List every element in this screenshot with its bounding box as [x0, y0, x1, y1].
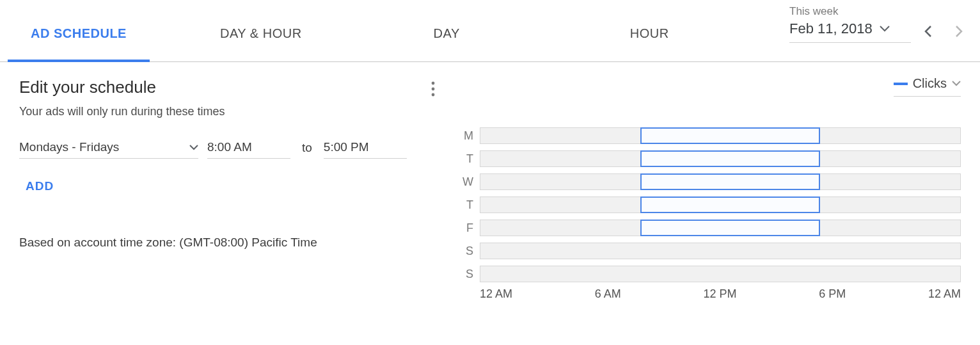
- tab-day[interactable]: DAY: [422, 26, 471, 61]
- day-label: S: [461, 245, 480, 258]
- active-tab-underline: [8, 60, 150, 62]
- scheduled-slot[interactable]: [640, 150, 820, 167]
- day-label: M: [461, 129, 480, 143]
- date-range-value: Feb 11, 2018: [789, 20, 873, 37]
- axis-tick: 12 AM: [928, 287, 961, 301]
- days-select-value: Mondays - Fridays: [19, 140, 119, 154]
- schedule-day-row: S: [461, 241, 961, 261]
- end-time-input[interactable]: 5:00 PM: [324, 136, 407, 159]
- date-range-picker: This week Feb 11, 2018: [789, 5, 967, 43]
- end-time-value: 5:00 PM: [324, 140, 369, 154]
- time-range-separator: to: [299, 137, 315, 159]
- day-label: S: [461, 268, 480, 281]
- schedule-day-row: T: [461, 149, 961, 168]
- day-track[interactable]: [480, 220, 961, 236]
- axis-tick: 12 AM: [480, 287, 512, 301]
- caret-down-icon: [189, 145, 198, 150]
- axis-tick: 6 AM: [595, 287, 621, 301]
- day-track[interactable]: [480, 266, 961, 282]
- day-track[interactable]: [480, 197, 961, 213]
- tab-ad-schedule[interactable]: AD SCHEDULE: [19, 26, 138, 61]
- more-options-button[interactable]: [431, 81, 435, 97]
- scheduled-slot[interactable]: [640, 197, 820, 213]
- metric-label: Clicks: [913, 76, 947, 91]
- schedule-rule-row: Mondays - Fridays 8:00 AM to 5:00 PM: [19, 136, 441, 159]
- day-label: W: [461, 175, 480, 189]
- schedule-grid-axis: 12 AM6 AM12 PM6 PM12 AM: [480, 287, 961, 301]
- day-track[interactable]: [480, 173, 961, 190]
- chart-metric-picker[interactable]: Clicks: [894, 76, 961, 97]
- days-select[interactable]: Mondays - Fridays: [19, 136, 198, 159]
- schedule-day-row: W: [461, 172, 961, 191]
- start-time-value: 8:00 AM: [207, 140, 252, 154]
- date-range-period: This week: [789, 5, 911, 18]
- prev-period-button[interactable]: [920, 23, 937, 40]
- schedule-day-row: M: [461, 126, 961, 145]
- schedule-day-row: F: [461, 218, 961, 237]
- day-label: T: [461, 152, 480, 166]
- timezone-note: Based on account time zone: (GMT-08:00) …: [19, 236, 441, 250]
- metric-color-swatch: [894, 83, 908, 85]
- caret-down-icon: [876, 20, 893, 37]
- start-time-input[interactable]: 8:00 AM: [207, 136, 290, 159]
- tabs-row: AD SCHEDULE DAY & HOUR DAY HOUR This wee…: [0, 0, 980, 62]
- caret-down-icon: [952, 81, 961, 86]
- schedule-day-row: S: [461, 264, 961, 284]
- axis-tick: 6 PM: [819, 287, 846, 301]
- date-range-dropdown[interactable]: This week Feb 11, 2018: [789, 5, 911, 43]
- svg-point-1: [432, 88, 435, 91]
- edit-schedule-subheading: Your ads will only run during these time…: [19, 105, 441, 118]
- svg-point-2: [432, 93, 435, 97]
- scheduled-slot[interactable]: [640, 127, 820, 144]
- next-period-button[interactable]: [951, 23, 967, 40]
- day-track[interactable]: [480, 150, 961, 167]
- vertical-dots-icon: [431, 81, 435, 97]
- axis-tick: 12 PM: [703, 287, 736, 301]
- day-track[interactable]: [480, 127, 961, 144]
- scheduled-slot[interactable]: [640, 220, 820, 236]
- tab-day-and-hour[interactable]: DAY & HOUR: [209, 26, 313, 61]
- add-schedule-button[interactable]: ADD: [19, 175, 60, 197]
- schedule-grid: MTWTFSS: [461, 126, 961, 284]
- day-label: T: [461, 198, 480, 212]
- schedule-day-row: T: [461, 195, 961, 214]
- scheduled-slot[interactable]: [640, 173, 820, 190]
- day-label: F: [461, 221, 480, 235]
- svg-point-0: [432, 82, 435, 85]
- tab-hour[interactable]: HOUR: [619, 26, 681, 61]
- day-track[interactable]: [480, 243, 961, 259]
- edit-schedule-heading: Edit your schedule: [19, 77, 441, 97]
